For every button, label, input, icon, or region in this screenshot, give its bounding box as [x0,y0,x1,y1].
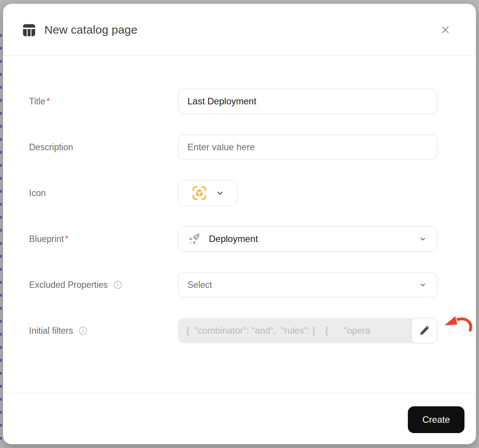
excluded-properties-field-row: Excluded Properties Select [29,272,437,297]
new-catalog-page-modal: New catalog page Title* Description [3,4,476,444]
chevron-down-icon [216,189,224,197]
title-control [178,89,437,114]
info-icon[interactable] [78,326,88,335]
modal-header-left: New catalog page [22,23,137,36]
excluded-properties-control: Select [178,272,437,297]
title-field-row: Title* [29,89,437,114]
description-field-row: Description [29,135,437,160]
excluded-properties-select[interactable]: Select [178,272,437,297]
initial-filters-label: Initial filters [29,318,88,343]
blueprint-selected-value: Deployment [209,234,258,244]
description-control [178,135,437,160]
close-icon [439,24,451,36]
modal-header: New catalog page [3,4,476,56]
blueprint-select[interactable]: Deployment [178,226,437,252]
modal-title: New catalog page [44,23,137,36]
initial-filters-input-disabled: { "combinator": "and", "rules": [ { "ope… [178,318,437,343]
description-input[interactable] [178,135,437,160]
required-asterisk: * [47,96,50,107]
catalog-table-icon [22,23,36,36]
title-input[interactable] [178,89,437,114]
excluded-properties-placeholder: Select [187,280,212,290]
modal-footer: Create [3,393,476,444]
initial-filters-field-row: Initial filters { "combinator": "and", "… [29,318,437,343]
chevron-down-icon [419,281,427,289]
blueprint-field-row: Blueprint* [29,226,437,252]
info-icon[interactable] [113,280,122,289]
pencil-icon [418,325,430,337]
blueprint-label: Blueprint* [29,226,68,252]
excluded-properties-label: Excluded Properties [29,272,122,297]
background-page-dashes [0,24,2,446]
icon-field-row: Icon [29,180,437,206]
initial-filters-control: { "combinator": "and", "rules": [ { "ope… [178,318,437,343]
title-label: Title* [29,89,50,114]
annotation-arrow-icon [442,314,474,333]
icon-label: Icon [29,180,46,206]
required-asterisk: * [65,234,68,244]
edit-initial-filters-button[interactable] [411,318,437,344]
chevron-down-icon [419,235,427,243]
blueprint-control: Deployment [178,226,437,252]
create-button[interactable]: Create [408,406,464,433]
initial-filters-json-preview: { "combinator": "and", "rules": [ { "ope… [186,325,370,336]
cube-scan-icon [191,185,207,201]
rocket-icon [187,232,201,246]
close-button[interactable] [437,21,454,38]
description-label: Description [29,135,73,160]
icon-select-button[interactable] [178,180,238,206]
